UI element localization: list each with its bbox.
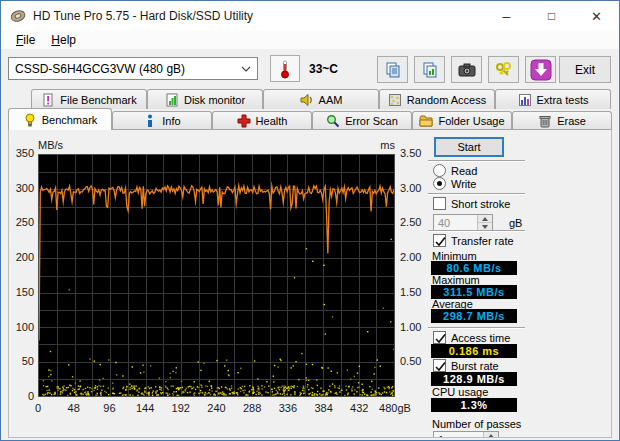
- minimum-value: 80.6 MB/s: [431, 261, 517, 275]
- checkbox-empty-icon: [433, 197, 446, 210]
- right-axis-tick: 1.50: [400, 286, 421, 298]
- tab-error-scan[interactable]: Error Scan: [312, 111, 412, 129]
- short-stroke-checkbox[interactable]: Short stroke: [433, 197, 510, 210]
- tab-random-access[interactable]: Random Access: [379, 89, 495, 109]
- transfer-rate-label: Transfer rate: [451, 235, 514, 247]
- app-hdd-icon: [10, 8, 26, 24]
- left-axis-tick: 150: [9, 286, 34, 298]
- left-axis-tick: 250: [9, 216, 34, 228]
- menu-help[interactable]: Help: [43, 31, 84, 49]
- random-dots-icon: [388, 93, 402, 107]
- exit-button[interactable]: Exit: [559, 56, 611, 83]
- trash-icon: [538, 114, 552, 128]
- copy-screenshot-button[interactable]: [414, 56, 445, 83]
- cpu-usage-label: CPU usage: [432, 386, 488, 398]
- checkbox-checked-icon: [433, 331, 446, 344]
- spinner-arrows[interactable]: [483, 432, 498, 438]
- right-axis-tick: 1.00: [400, 321, 421, 333]
- download-arrow-icon: [530, 59, 552, 81]
- left-axis-tick: 50: [9, 355, 34, 367]
- tab-label: AAM: [319, 94, 343, 106]
- access-time-value: 0.186 ms: [431, 344, 517, 358]
- options-button[interactable]: [488, 56, 519, 83]
- chevron-down-icon: [241, 66, 251, 72]
- passes-value: 1: [434, 432, 483, 438]
- tab-label: Benchmark: [42, 114, 98, 126]
- right-axis-tick: 0.50: [400, 355, 421, 367]
- left-axis-tick: 300: [9, 182, 34, 194]
- tab-aam[interactable]: AAM: [263, 89, 379, 109]
- spinner-arrows[interactable]: [477, 215, 492, 230]
- access-time-checkbox[interactable]: Access time: [433, 331, 510, 344]
- cpu-usage-value: 1.3%: [431, 398, 517, 412]
- tab-label: Folder Usage: [438, 115, 504, 127]
- menu-bar: File Help: [1, 31, 619, 49]
- tab-erase[interactable]: Erase: [512, 111, 612, 129]
- magnifier-icon: [326, 114, 340, 128]
- temperature-button[interactable]: [270, 55, 300, 82]
- right-axis-tick: 3.50: [400, 147, 421, 159]
- app-window: HD Tune Pro 5.75 - Hard Disk/SSD Utility…: [0, 0, 620, 441]
- benchmark-chart: [38, 154, 395, 397]
- average-value: 298.7 MB/s: [431, 309, 517, 323]
- keys-icon: [495, 61, 513, 79]
- arrow-up-icon: [488, 434, 494, 438]
- save-image-icon: [421, 61, 439, 79]
- radio-circle-icon: [433, 164, 446, 177]
- right-axis-tick: 2.00: [400, 251, 421, 263]
- write-radio-label: Write: [451, 178, 476, 190]
- drive-selector[interactable]: CSSD-S6H4GCG3VW (480 gB): [8, 57, 258, 80]
- arrow-down-icon: [482, 225, 488, 229]
- info-icon: [143, 114, 157, 128]
- burst-rate-checkbox[interactable]: Burst rate: [433, 359, 499, 372]
- tab-folder-usage[interactable]: Folder Usage: [412, 111, 512, 129]
- radio-dot-icon: [433, 177, 446, 190]
- extra-tests-icon: [518, 93, 532, 107]
- write-radio[interactable]: Write: [433, 177, 476, 190]
- file-benchmark-icon: [41, 93, 55, 107]
- thermometer-icon: [279, 59, 291, 79]
- screenshot-button[interactable]: [451, 56, 482, 83]
- tab-file-benchmark[interactable]: File Benchmark: [31, 89, 147, 109]
- burst-rate-value: 128.9 MB/s: [431, 372, 517, 386]
- passes-spinner[interactable]: 1: [433, 431, 499, 438]
- transfer-rate-checkbox[interactable]: Transfer rate: [433, 234, 514, 247]
- tab-label: File Benchmark: [60, 94, 136, 106]
- left-axis-title: MB/s: [38, 139, 63, 151]
- tab-benchmark[interactable]: Benchmark: [8, 108, 112, 130]
- short-stroke-unit: gB: [509, 217, 522, 229]
- tab-extra-tests[interactable]: Extra tests: [495, 89, 611, 109]
- start-button[interactable]: Start: [434, 137, 504, 157]
- folder-icon: [419, 114, 433, 128]
- left-axis-tick: 200: [9, 251, 34, 263]
- title-bar: HD Tune Pro 5.75 - Hard Disk/SSD Utility…: [1, 1, 619, 31]
- speaker-icon: [300, 93, 314, 107]
- copy-to-clipboard-button[interactable]: [377, 56, 408, 83]
- x-axis-tick: 480gB: [373, 402, 417, 414]
- minimize-button[interactable]: –: [484, 1, 529, 31]
- tab-info[interactable]: Info: [112, 111, 212, 129]
- drive-selector-value: CSSD-S6H4GCG3VW (480 gB): [15, 62, 241, 76]
- temperature-value: 33~C: [309, 62, 338, 76]
- left-axis-tick: 100: [9, 321, 34, 333]
- short-stroke-value: 40: [434, 215, 477, 230]
- maximize-button[interactable]: □: [529, 1, 574, 31]
- menu-file[interactable]: File: [8, 31, 43, 49]
- right-axis-tick: 3.00: [400, 182, 421, 194]
- separator: [428, 193, 525, 195]
- disk-monitor-icon: [165, 93, 179, 107]
- camera-icon: [458, 63, 476, 77]
- tab-health[interactable]: Health: [212, 111, 312, 129]
- tab-disk-monitor[interactable]: Disk monitor: [147, 89, 263, 109]
- benchmark-panel: MB/s ms 3503002502001501005003.503.002.5…: [8, 129, 612, 438]
- separator: [428, 160, 525, 162]
- close-button[interactable]: ✕: [574, 1, 619, 31]
- short-stroke-spinner[interactable]: 40: [433, 214, 493, 231]
- read-radio[interactable]: Read: [433, 164, 477, 177]
- short-stroke-label: Short stroke: [451, 198, 510, 210]
- toolbar: CSSD-S6H4GCG3VW (480 gB) 33~C: [1, 49, 619, 89]
- separator: [428, 230, 525, 232]
- tab-label: Random Access: [407, 94, 486, 106]
- checkbox-checked-icon: [433, 234, 446, 247]
- update-button[interactable]: [525, 56, 556, 83]
